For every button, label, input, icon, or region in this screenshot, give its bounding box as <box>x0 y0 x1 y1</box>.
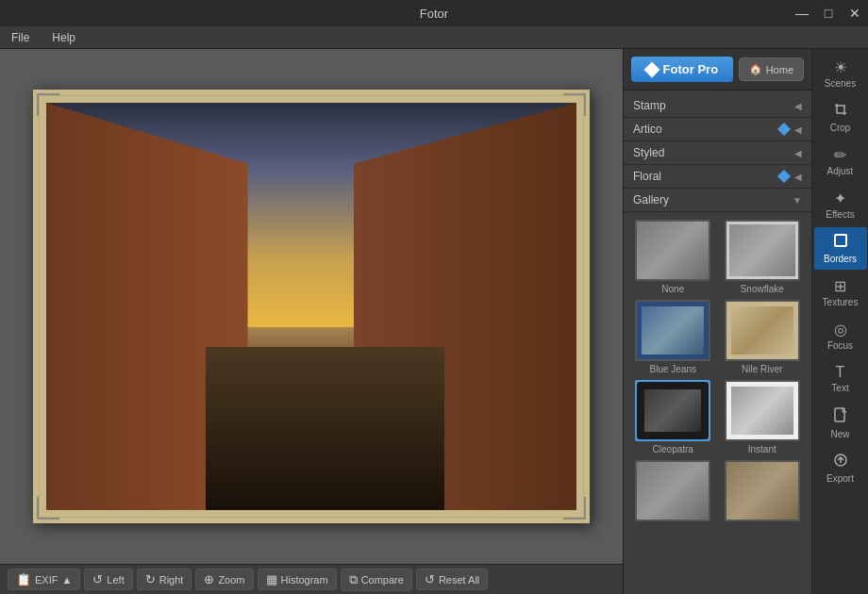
photo-frame <box>33 90 590 523</box>
maximize-button[interactable]: □ <box>815 0 842 26</box>
tool-new[interactable]: New <box>814 401 867 445</box>
tool-adjust[interactable]: ✏ Adjust <box>814 140 867 182</box>
compare-button[interactable]: ⧉ Compare <box>341 569 412 591</box>
thumb-none-img <box>635 220 710 281</box>
filter-styled-label: Styled <box>633 146 794 159</box>
thumb-bottom1[interactable] <box>631 460 715 524</box>
exif-arrow: ▲ <box>61 574 72 586</box>
filter-stamp-arrow: ◀ <box>794 101 802 111</box>
filter-stamp-label: Stamp <box>633 99 794 112</box>
tool-borders[interactable]: Borders <box>814 227 867 270</box>
thumb-blue-jeans[interactable]: Blue Jeans <box>631 300 715 374</box>
thumb-nile-visual <box>726 302 798 359</box>
thumb-nile-river[interactable]: Nile River <box>721 300 805 374</box>
zoom-label: Zoom <box>218 574 244 586</box>
filter-stamp[interactable]: Stamp ◀ <box>624 94 811 118</box>
close-button[interactable]: ✕ <box>842 0 868 26</box>
thumb-instant[interactable]: Instant <box>721 380 805 454</box>
tool-export[interactable]: Export <box>814 447 867 489</box>
thumb-bottom1-visual <box>637 462 709 520</box>
histogram-icon: ▦ <box>266 572 277 586</box>
tool-textures[interactable]: ⊞ Textures <box>814 272 867 313</box>
text-icon: T <box>836 364 845 381</box>
new-icon <box>833 406 848 427</box>
canvas-container <box>0 49 623 564</box>
tool-text[interactable]: T Text <box>814 358 867 399</box>
thumb-snowflake-label: Snowflake <box>741 284 784 294</box>
tool-focus[interactable]: ◎ Focus <box>814 315 867 356</box>
reset-label: Reset All <box>439 574 479 586</box>
corner-br <box>563 497 586 520</box>
fotor-pro-button[interactable]: Fotor Pro <box>631 57 733 82</box>
bottom-toolbar: 📋 EXIF ▲ ↺ Left ↻ Right ⊕ Zoom ▦ Histogr… <box>0 564 623 594</box>
right-button[interactable]: ↻ Right <box>137 569 192 590</box>
filter-styled[interactable]: Styled ◀ <box>624 141 811 165</box>
filter-artico[interactable]: Artico ◀ <box>624 118 811 141</box>
export-label: Export <box>826 473 854 484</box>
filter-styled-arrow: ◀ <box>794 148 802 158</box>
exif-button[interactable]: 📋 EXIF ▲ <box>8 569 80 590</box>
svg-rect-0 <box>835 235 846 246</box>
home-icon: 🏠 <box>749 63 762 75</box>
reset-all-button[interactable]: ↺ Reset All <box>416 569 488 590</box>
scenes-label: Scenes <box>825 78 856 89</box>
filter-artico-label: Artico <box>633 123 779 136</box>
adjust-label: Adjust <box>827 166 854 176</box>
home-button[interactable]: 🏠 Home <box>739 58 804 81</box>
main-layout: 📋 EXIF ▲ ↺ Left ↻ Right ⊕ Zoom ▦ Histogr… <box>0 49 868 594</box>
right-panel: Fotor Pro 🏠 Home Stamp ◀ Artico ◀ <box>623 49 868 594</box>
left-label: Left <box>107 574 124 586</box>
thumb-blue-jeans-img <box>635 300 710 361</box>
focus-icon: ◎ <box>834 321 847 338</box>
thumb-none[interactable]: None <box>631 220 715 294</box>
corner-tl <box>37 93 59 116</box>
tool-crop[interactable]: Crop <box>814 96 867 139</box>
compare-icon: ⧉ <box>349 572 358 587</box>
thumb-bottom2[interactable] <box>721 460 805 524</box>
thumb-blue-jeans-visual <box>637 302 709 359</box>
thumb-none-visual <box>637 222 709 279</box>
adjust-icon: ✏ <box>834 146 846 164</box>
thumb-snowflake-img <box>725 220 800 281</box>
filter-artico-arrow: ◀ <box>794 124 802 135</box>
filter-floral[interactable]: Floral ◀ <box>624 165 811 189</box>
filter-artico-diamond <box>777 123 791 136</box>
thumb-bottom1-img <box>635 460 710 521</box>
export-icon <box>833 453 848 471</box>
thumb-cleopatra[interactable]: Cleopatra <box>631 380 715 454</box>
app-title: Fotor <box>420 7 448 21</box>
gallery-header[interactable]: Gallery ▼ <box>624 189 811 212</box>
photo-inner <box>46 103 576 510</box>
left-icon: ↺ <box>92 572 103 586</box>
effects-label: Effects <box>826 209 854 220</box>
canvas-area: 📋 EXIF ▲ ↺ Left ↻ Right ⊕ Zoom ▦ Histogr… <box>0 49 623 594</box>
new-label: New <box>830 429 849 439</box>
right-icon: ↻ <box>145 572 156 586</box>
filter-floral-label: Floral <box>633 170 779 183</box>
minimize-button[interactable]: — <box>789 0 815 26</box>
filter-floral-diamond <box>777 170 791 183</box>
zoom-button[interactable]: ⊕ Zoom <box>195 569 253 590</box>
zoom-icon: ⊕ <box>204 572 214 586</box>
left-button[interactable]: ↺ Left <box>84 569 132 590</box>
thumb-blue-jeans-label: Blue Jeans <box>650 364 696 374</box>
title-bar: Fotor — □ ✕ <box>0 0 868 26</box>
menu-help[interactable]: Help <box>48 29 79 46</box>
filter-sections: Stamp ◀ Artico ◀ Styled ◀ Floral ◀ <box>624 91 811 594</box>
exif-label: EXIF <box>35 574 58 586</box>
effects-icon: ✦ <box>834 190 846 207</box>
thumb-instant-img <box>725 380 800 441</box>
tool-effects[interactable]: ✦ Effects <box>814 184 867 225</box>
histogram-button[interactable]: ▦ Histogram <box>258 569 337 590</box>
tool-scenes[interactable]: ☀ Scenes <box>814 53 867 94</box>
thumb-instant-label: Instant <box>748 444 776 454</box>
filters-panel: Fotor Pro 🏠 Home Stamp ◀ Artico ◀ <box>624 49 811 594</box>
reset-icon: ↺ <box>425 572 435 586</box>
thumb-snowflake[interactable]: Snowflake <box>721 220 805 294</box>
text-label: Text <box>831 383 848 393</box>
thumb-nile-img <box>725 300 800 361</box>
menu-file[interactable]: File <box>8 29 33 46</box>
thumb-bottom2-img <box>725 460 800 521</box>
thumb-bottom2-visual <box>726 462 798 520</box>
crop-label: Crop <box>830 123 851 133</box>
